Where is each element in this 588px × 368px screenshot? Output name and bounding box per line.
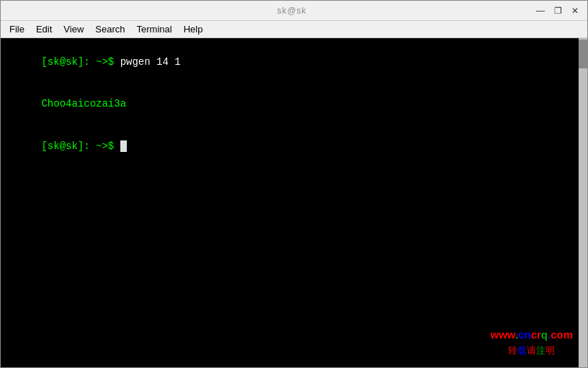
terminal-window: sk@sk — ❐ ✕ File Edit View Search Termin… bbox=[0, 0, 588, 368]
terminal-line-1: [sk@sk]: ~>$ pwgen 14 1 bbox=[5, 41, 583, 84]
title-bar-center: sk@sk bbox=[50, 6, 534, 16]
watermark-url: www.cncrq.com bbox=[490, 328, 573, 341]
command-1: pwgen 14 1 bbox=[120, 56, 181, 68]
watermark-note: 转载请注明 bbox=[490, 344, 573, 358]
restore-button[interactable]: ❐ bbox=[551, 4, 564, 17]
menu-search[interactable]: Search bbox=[89, 22, 130, 36]
terminal-line-2: Choo4aicozai3a bbox=[5, 84, 583, 126]
menu-view[interactable]: View bbox=[58, 22, 89, 36]
menu-terminal[interactable]: Terminal bbox=[131, 22, 178, 36]
scrollbar-thumb[interactable] bbox=[579, 40, 587, 68]
terminal-line-3: [sk@sk]: ~>$ bbox=[5, 126, 583, 169]
output-1: Choo4aicozai3a bbox=[41, 98, 126, 109]
menu-help[interactable]: Help bbox=[178, 22, 209, 36]
terminal-content[interactable]: [sk@sk]: ~>$ pwgen 14 1 Choo4aicozai3a [… bbox=[1, 38, 587, 367]
menu-bar: File Edit View Search Terminal Help bbox=[1, 21, 587, 38]
menu-file[interactable]: File bbox=[4, 22, 30, 36]
window-controls: — ❐ ✕ bbox=[534, 4, 582, 17]
minimize-button[interactable]: — bbox=[534, 4, 547, 17]
prompt-1: [sk@sk]: ~>$ bbox=[41, 56, 120, 68]
close-button[interactable]: ✕ bbox=[569, 4, 582, 17]
scrollbar[interactable] bbox=[579, 38, 587, 367]
prompt-2: [sk@sk]: ~>$ bbox=[41, 140, 120, 152]
watermark-www: www bbox=[490, 328, 514, 341]
menu-edit[interactable]: Edit bbox=[30, 22, 58, 36]
cursor bbox=[120, 140, 127, 152]
watermark: www.cncrq.com 转载请注明 bbox=[490, 327, 573, 357]
window-title: sk@sk bbox=[277, 6, 306, 16]
title-bar: sk@sk — ❐ ✕ bbox=[1, 1, 587, 21]
